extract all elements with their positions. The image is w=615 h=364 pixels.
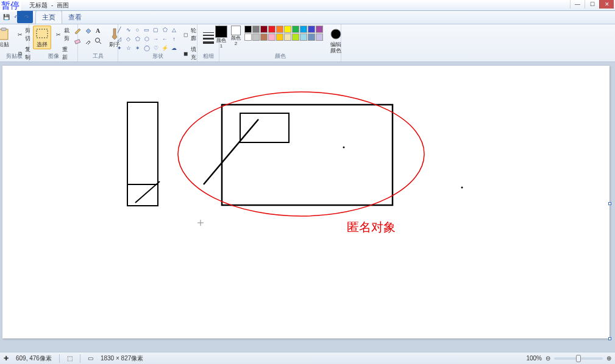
shape-star6-icon[interactable]: ✶ xyxy=(133,44,142,52)
palette-color[interactable] xyxy=(308,33,315,41)
palette-color[interactable] xyxy=(292,26,299,33)
palette-color[interactable] xyxy=(300,26,307,33)
shape-lightning-icon[interactable]: ⚡ xyxy=(161,44,169,52)
edit-colors-label: 编辑颜色 xyxy=(329,41,343,54)
annotation-label: 匿名对象 xyxy=(347,219,396,236)
app-name: 画图 xyxy=(57,1,69,10)
shape-star4-icon[interactable]: ✦ xyxy=(115,44,124,52)
palette-color[interactable] xyxy=(244,26,252,33)
shapes-gallery[interactable]: ╱ ∿ ○ ▭ ▢ ⬠ △ ◿ ◇ ⬠ ⬡ → ← ↑ ✦ ☆ ✶ ◯ ♡ ⚡ xyxy=(115,26,179,52)
select-button[interactable]: 选择 xyxy=(33,26,51,49)
palette-color[interactable] xyxy=(260,26,268,33)
palette-color[interactable] xyxy=(316,33,323,41)
color2-label: 颜色 2 xyxy=(231,35,241,46)
status-sep xyxy=(59,354,60,363)
shape-line-icon[interactable]: ╱ xyxy=(115,26,124,34)
shape-star5-icon[interactable]: ☆ xyxy=(124,44,133,52)
shape-arrowu-icon[interactable]: ↑ xyxy=(170,35,179,43)
zoom-slider[interactable] xyxy=(554,357,603,360)
zoom-thumb[interactable] xyxy=(576,355,581,362)
palette-color[interactable] xyxy=(292,33,299,41)
shape-diamond-icon[interactable]: ◇ xyxy=(124,35,133,43)
crop-label: 裁剪 xyxy=(64,27,73,43)
canvas[interactable]: 匿名对象 xyxy=(2,66,610,338)
crop-button[interactable]: ✂裁剪 xyxy=(54,26,74,44)
paste-label: 粘贴 xyxy=(0,41,9,47)
shape-curve-icon[interactable]: ∿ xyxy=(124,26,133,34)
eraser-tool-icon[interactable] xyxy=(73,36,82,46)
shape-polygon-icon[interactable]: ⬠ xyxy=(161,26,169,34)
title-bar: 暂停 无标题 - 画图 — ☐ ✕ xyxy=(0,0,615,11)
tab-view[interactable]: 查看 xyxy=(62,11,88,24)
svg-point-14 xyxy=(343,147,345,149)
clipboard-icon xyxy=(0,27,10,41)
color2-button[interactable]: 颜色 2 xyxy=(231,26,241,46)
palette-color[interactable] xyxy=(244,33,252,41)
group-tools: A 刷子 工具 xyxy=(78,24,118,61)
stroke-lines-icon xyxy=(203,32,214,44)
scissors-icon: ✂ xyxy=(17,30,23,39)
shape-triangle-icon[interactable]: △ xyxy=(170,26,179,34)
group-label-colors: 颜色 xyxy=(219,52,341,60)
group-label-tools: 工具 xyxy=(78,52,118,60)
qat-save-icon[interactable]: 💾 xyxy=(1,12,11,22)
canvas-dimensions: 1830 × 827像素 xyxy=(101,354,143,363)
shape-roundrect-icon[interactable]: ▢ xyxy=(152,26,160,34)
shape-rtriangle-icon[interactable]: ◿ xyxy=(115,35,124,43)
outline-icon: ◻ xyxy=(183,30,189,39)
picker-tool-icon[interactable] xyxy=(83,36,93,46)
palette-color[interactable] xyxy=(252,26,260,33)
shape-heart-icon[interactable]: ♡ xyxy=(152,44,160,52)
palette-color[interactable] xyxy=(276,26,283,33)
palette-color[interactable] xyxy=(268,33,276,41)
minimize-button[interactable]: — xyxy=(570,0,585,9)
palette-color[interactable] xyxy=(252,33,260,41)
shape-arrowr-icon[interactable]: → xyxy=(152,35,160,43)
tab-home[interactable]: 主页 xyxy=(35,10,62,24)
close-button[interactable]: ✕ xyxy=(599,0,614,9)
palette-color[interactable] xyxy=(276,33,283,41)
status-sep xyxy=(80,354,80,363)
shape-hexagon-icon[interactable]: ⬡ xyxy=(143,35,151,43)
maximize-button[interactable]: ☐ xyxy=(585,0,599,9)
canvas-content xyxy=(2,66,610,338)
qat-undo-icon[interactable]: ↶ xyxy=(12,12,21,22)
svg-rect-2 xyxy=(37,29,48,38)
text-tool-icon[interactable]: A xyxy=(93,26,103,35)
shape-callout-icon[interactable]: ◯ xyxy=(143,44,151,52)
svg-rect-8 xyxy=(127,102,158,206)
edit-colors-button[interactable]: 编辑颜色 xyxy=(327,26,345,55)
magnify-tool-icon[interactable] xyxy=(93,36,103,46)
zoom-out-button[interactable]: ⊖ xyxy=(546,355,550,362)
palette-color[interactable] xyxy=(268,26,276,33)
paste-button[interactable]: 粘贴 xyxy=(0,26,13,49)
group-label-shapes: 形状 xyxy=(118,52,197,60)
window-title: 无标题 - 画图 xyxy=(29,1,69,10)
qat-redo-icon[interactable]: ↷ xyxy=(22,12,32,22)
shape-arrowl-icon[interactable]: ← xyxy=(161,35,169,43)
window-controls: — ☐ ✕ xyxy=(570,0,614,9)
cursor-position-icon: ✚ xyxy=(4,355,9,362)
shape-pentagon-icon[interactable]: ⬠ xyxy=(133,35,142,43)
palette-color[interactable] xyxy=(284,26,291,33)
palette-color[interactable] xyxy=(308,26,315,33)
shape-rect-icon[interactable]: ▭ xyxy=(143,26,151,34)
palette-color[interactable] xyxy=(260,33,268,41)
resize-handle-se[interactable] xyxy=(608,337,611,340)
palette-color[interactable] xyxy=(300,33,307,41)
canvas-size-icon: ▭ xyxy=(88,355,93,362)
palette-color[interactable] xyxy=(284,33,291,41)
zoom-in-button[interactable]: ⊕ xyxy=(606,355,611,362)
palette-color[interactable] xyxy=(316,26,323,33)
shape-oval-icon[interactable]: ○ xyxy=(133,26,142,34)
fill-tool-icon[interactable] xyxy=(83,26,93,35)
pause-overlay-label: 暂停 xyxy=(0,0,21,12)
pencil-tool-icon[interactable] xyxy=(73,26,82,35)
color2-swatch xyxy=(231,26,241,35)
stroke-width-button[interactable] xyxy=(199,26,218,50)
color1-button[interactable]: 颜色 1 xyxy=(215,26,227,49)
cursor-position: 609, 476像素 xyxy=(16,354,52,363)
zoom-level: 100% xyxy=(526,355,542,362)
shape-cloud-icon[interactable]: ☁ xyxy=(170,44,179,52)
resize-handle-e[interactable] xyxy=(608,202,611,205)
